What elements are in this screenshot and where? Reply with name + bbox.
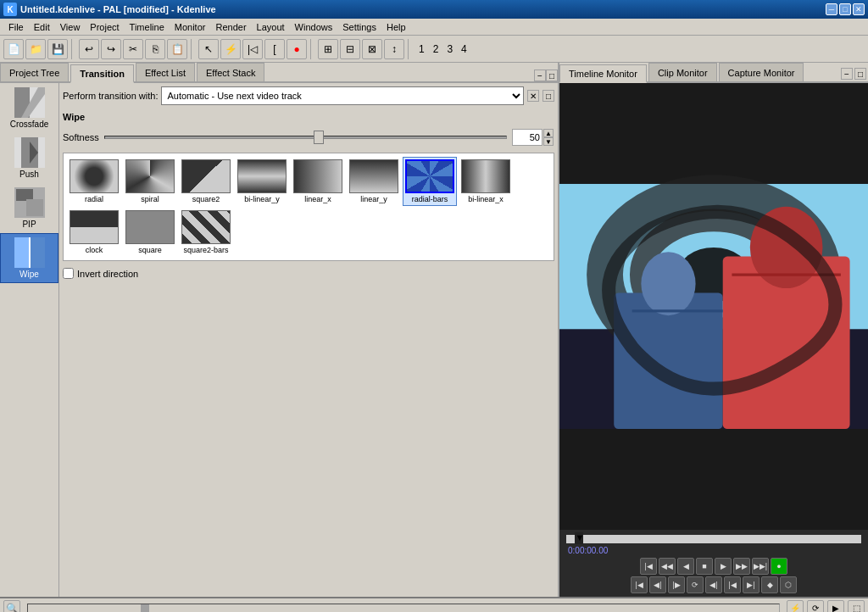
monitor-timeline-bar[interactable]: ▼ (566, 535, 861, 543)
num2[interactable]: 2 (430, 43, 442, 55)
wipe-radial[interactable]: radial (67, 157, 121, 206)
cut-button[interactable]: ✂ (123, 39, 143, 59)
next-frame-button[interactable]: ▶▶| (752, 558, 769, 575)
pip-icon (14, 187, 45, 218)
wipe-clock[interactable]: clock (67, 208, 121, 257)
panel-close-left[interactable]: − (534, 70, 546, 81)
menu-render[interactable]: Render (210, 20, 251, 34)
zoom-slider-thumb[interactable] (141, 604, 149, 613)
wipe-square-thumb (125, 210, 175, 244)
num4[interactable]: 4 (458, 43, 470, 55)
num3[interactable]: 3 (443, 43, 456, 55)
timeline-tb-btn4[interactable]: ⬚ (848, 600, 865, 613)
menu-view[interactable]: View (55, 20, 86, 34)
trans-push[interactable]: Push (0, 133, 58, 183)
trans-crossfade[interactable]: Crossfade (0, 83, 58, 133)
loop-button[interactable]: ⟳ (687, 576, 704, 593)
menu-project[interactable]: Project (85, 20, 124, 34)
menu-windows[interactable]: Windows (290, 20, 338, 34)
timeline-tb-btn1[interactable]: ⚡ (787, 600, 804, 613)
layout-btn3[interactable]: ⊠ (362, 39, 382, 59)
wipe-square[interactable]: square (123, 208, 177, 257)
record-button[interactable]: ● (287, 39, 307, 59)
tab-effect-list[interactable]: Effect List (136, 63, 195, 81)
timeline-tb-btn2[interactable]: ⟳ (807, 600, 824, 613)
add-marker-button[interactable]: ◆ (761, 576, 778, 593)
monitor-expand[interactable]: □ (854, 68, 866, 80)
wipe-square2bars[interactable]: square2-bars (179, 208, 233, 257)
copy-button[interactable]: ⎘ (145, 39, 165, 59)
slow-forward-button[interactable]: ▶▶ (733, 558, 750, 575)
tab-clip-monitor[interactable]: Clip Monitor (648, 63, 717, 81)
monitor-playhead-marker[interactable]: ▼ (575, 532, 583, 544)
wipe-square2[interactable]: square2 (179, 157, 233, 206)
perform-select[interactable]: Automatic - Use next video track (161, 86, 524, 105)
select-tool[interactable]: ↖ (198, 39, 219, 59)
tab-effect-stack[interactable]: Effect Stack (197, 63, 265, 81)
tab-project-tree[interactable]: Project Tree (0, 63, 69, 81)
spin-up[interactable]: ▲ (543, 129, 554, 137)
prev-marker-button[interactable]: ◀| (649, 576, 666, 593)
close-button[interactable]: ✕ (853, 3, 865, 15)
layout-btn2[interactable]: ⊟ (340, 39, 360, 59)
toolbar-sep4 (408, 39, 412, 59)
mark-in-button[interactable]: |◀ (631, 576, 648, 593)
wipe-linear-y[interactable]: linear_y (347, 157, 401, 206)
goto-in-button[interactable]: |▶ (668, 576, 685, 593)
monitor-close[interactable]: − (841, 68, 853, 80)
num1[interactable]: 1 (415, 43, 428, 55)
undo-button[interactable]: ↩ (79, 39, 99, 59)
prev-frame-button[interactable]: ◀◀ (659, 558, 676, 575)
zoom-tool[interactable]: 🔍 (3, 600, 20, 613)
razor-tool[interactable]: ⚡ (220, 39, 241, 59)
wipe-radial-bars[interactable]: radial-bars (403, 157, 457, 206)
softness-slider[interactable] (104, 131, 507, 144)
invert-checkbox[interactable] (63, 268, 74, 279)
transition-close[interactable]: ✕ (527, 90, 539, 102)
new-button[interactable]: 📄 (3, 39, 24, 59)
menu-timeline[interactable]: Timeline (125, 20, 170, 34)
save-button[interactable]: 💾 (47, 39, 68, 59)
wipe-spiral[interactable]: spiral (123, 157, 177, 206)
wipe-linear-x[interactable]: linear_x (291, 157, 345, 206)
mark-out-button[interactable]: ▶| (743, 576, 760, 593)
open-button[interactable]: 📁 (25, 39, 46, 59)
redo-button[interactable]: ↪ (101, 39, 121, 59)
tab-transition[interactable]: Transition (70, 64, 134, 83)
tab-timeline-monitor[interactable]: Timeline Monitor (559, 64, 647, 83)
spacer-tool[interactable]: |◁ (242, 39, 263, 59)
maximize-button[interactable]: □ (839, 3, 851, 15)
next-marker-button[interactable]: |◀ (724, 576, 741, 593)
record-monitor-button[interactable]: ● (771, 558, 787, 575)
goto-out-button[interactable]: ◀| (705, 576, 722, 593)
wipe-bilinear-y[interactable]: bi-linear_y (235, 157, 289, 206)
stop-button[interactable]: ■ (696, 558, 713, 575)
menu-help[interactable]: Help (381, 20, 411, 34)
trans-wipe[interactable]: Wipe (0, 233, 58, 283)
menu-monitor[interactable]: Monitor (170, 20, 211, 34)
paste-button[interactable]: 📋 (167, 39, 187, 59)
extract-monitor-button[interactable]: ⬡ (780, 576, 797, 593)
transition-expand[interactable]: □ (542, 90, 554, 102)
panel-float-left[interactable]: □ (546, 70, 558, 81)
mark-in[interactable]: [ (264, 39, 285, 59)
play-button[interactable]: ▶ (715, 558, 732, 575)
menu-settings[interactable]: Settings (337, 20, 381, 34)
trans-pip[interactable]: PIP (0, 183, 58, 233)
zoom-slider[interactable] (27, 604, 780, 613)
minimize-button[interactable]: ─ (826, 3, 837, 15)
spin-down[interactable]: ▼ (543, 137, 554, 146)
invert-label[interactable]: Invert direction (77, 269, 138, 279)
menu-layout[interactable]: Layout (252, 20, 290, 34)
menu-file[interactable]: File (3, 20, 29, 34)
timeline-tb-btn3[interactable]: ▶ (827, 600, 844, 613)
tab-capture-monitor[interactable]: Capture Monitor (719, 63, 804, 81)
slider-thumb[interactable] (314, 131, 324, 144)
softness-input[interactable] (512, 129, 542, 146)
reverse-play-button[interactable]: ◀ (677, 558, 694, 575)
wipe-bilinear-x[interactable]: bi-linear_x (459, 157, 513, 206)
extract-btn[interactable]: ↕ (384, 39, 404, 59)
menu-edit[interactable]: Edit (29, 20, 55, 34)
goto-start-button[interactable]: |◀ (640, 558, 657, 575)
layout-btn1[interactable]: ⊞ (318, 39, 338, 59)
